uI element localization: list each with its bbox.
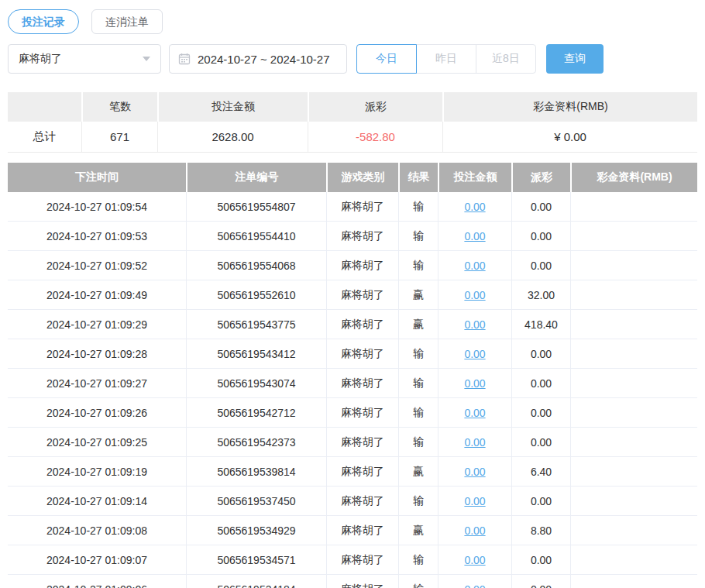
cell-bonus — [571, 251, 697, 280]
quick-range-group: 今日 昨日 近8日 — [356, 44, 536, 74]
cell-payout: 32.00 — [512, 280, 571, 309]
cell-bet-amount: 0.00 — [438, 310, 512, 339]
chevron-down-icon — [143, 57, 150, 61]
bet-amount-link[interactable]: 0.00 — [464, 407, 485, 419]
table-row: 2024-10-27 01:09:49 5065619552610 麻将胡了 赢… — [8, 280, 697, 310]
bet-amount-link[interactable]: 0.00 — [464, 201, 485, 213]
summary-header-bet-amount: 投注金额 — [159, 92, 308, 122]
cell-result: 赢 — [399, 310, 438, 339]
cell-bet-time: 2024-10-27 01:09:27 — [8, 369, 187, 397]
cell-result: 输 — [399, 487, 438, 515]
cell-game-type: 麻将胡了 — [327, 369, 399, 397]
cell-bet-id: 5065619543412 — [187, 339, 327, 368]
table-row: 2024-10-27 01:09:07 5065619534571 麻将胡了 输… — [8, 545, 697, 575]
bet-amount-link[interactable]: 0.00 — [464, 466, 485, 478]
cell-bet-time: 2024-10-27 01:09:29 — [8, 310, 187, 339]
cell-payout: 0.00 — [512, 575, 571, 588]
cell-bonus — [571, 310, 697, 339]
header-result: 结果 — [400, 163, 438, 192]
cell-game-type: 麻将胡了 — [327, 398, 399, 427]
cell-bonus — [571, 428, 697, 456]
cell-bet-id: 5065619542712 — [187, 398, 327, 427]
cell-payout: 8.80 — [512, 516, 571, 545]
table-row: 2024-10-27 01:09:54 5065619554807 麻将胡了 输… — [8, 192, 697, 222]
cell-bonus — [571, 545, 697, 574]
table-row: 2024-10-27 01:09:08 5065619534929 麻将胡了 赢… — [8, 516, 697, 545]
cell-bet-time: 2024-10-27 01:09:28 — [8, 339, 187, 368]
cell-bet-amount: 0.00 — [438, 192, 512, 221]
cell-payout: 0.00 — [512, 428, 571, 456]
cell-bet-amount: 0.00 — [438, 575, 512, 588]
tab-cancelled-bets[interactable]: 连消注单 — [91, 9, 163, 34]
bet-amount-link[interactable]: 0.00 — [464, 436, 485, 449]
bet-amount-link[interactable]: 0.00 — [464, 318, 485, 331]
header-bet-id: 注单编号 — [187, 163, 326, 192]
cell-bet-amount: 0.00 — [438, 428, 512, 456]
cell-bet-id: 5065619554068 — [187, 251, 327, 280]
header-bet-time: 下注时间 — [8, 163, 186, 192]
date-range-value: 2024-10-27 ~ 2024-10-27 — [198, 53, 330, 66]
bet-amount-link[interactable]: 0.00 — [464, 260, 485, 272]
betting-records-page: 投注记录 连消注单 麻将胡了 2024- — [0, 0, 705, 588]
tab-betting-records[interactable]: 投注记录 — [8, 9, 79, 34]
summary-header-count: 笔数 — [83, 92, 157, 122]
records-table-body: 2024-10-27 01:09:54 5065619554807 麻将胡了 输… — [8, 192, 697, 588]
cell-payout: 6.40 — [512, 457, 571, 486]
bet-amount-link[interactable]: 0.00 — [464, 583, 485, 588]
cell-result: 输 — [399, 222, 438, 250]
bet-amount-link[interactable]: 0.00 — [464, 230, 485, 242]
game-select[interactable]: 麻将胡了 — [8, 44, 161, 74]
cell-game-type: 麻将胡了 — [327, 251, 399, 280]
cell-bonus — [571, 575, 697, 588]
table-row: 2024-10-27 01:09:52 5065619554068 麻将胡了 输… — [8, 251, 697, 280]
cell-result: 输 — [399, 369, 438, 397]
table-row: 2024-10-27 01:09:14 5065619537450 麻将胡了 输… — [8, 487, 697, 516]
cell-bet-id: 5065619537450 — [187, 487, 327, 515]
cell-game-type: 麻将胡了 — [327, 310, 399, 339]
bet-amount-link[interactable]: 0.00 — [464, 554, 485, 566]
cell-payout: 0.00 — [512, 251, 571, 280]
date-range-input[interactable]: 2024-10-27 ~ 2024-10-27 — [169, 44, 347, 74]
cell-game-type: 麻将胡了 — [327, 222, 399, 250]
cell-result: 赢 — [399, 457, 438, 486]
summary-header-payout: 派彩 — [309, 92, 442, 122]
query-button[interactable]: 查询 — [546, 44, 604, 74]
header-payout: 派彩 — [513, 163, 570, 192]
cell-game-type: 麻将胡了 — [327, 280, 399, 309]
cell-bet-time: 2024-10-27 01:09:25 — [8, 428, 187, 456]
bet-amount-link[interactable]: 0.00 — [464, 495, 485, 507]
cell-game-type: 麻将胡了 — [327, 339, 399, 368]
game-select-value: 麻将胡了 — [19, 52, 62, 66]
cell-game-type: 麻将胡了 — [327, 575, 399, 588]
cell-bonus — [571, 280, 697, 309]
bet-amount-link[interactable]: 0.00 — [464, 524, 485, 537]
summary-total-payout: -582.80 — [308, 122, 443, 152]
cell-bet-id: 5065619554807 — [187, 192, 327, 221]
range-yesterday-button[interactable]: 昨日 — [416, 44, 476, 74]
cell-bet-amount: 0.00 — [438, 545, 512, 574]
cell-bet-id: 5065619534184 — [187, 575, 327, 588]
cell-bet-amount: 0.00 — [438, 369, 512, 397]
cell-bet-id: 5065619543074 — [187, 369, 327, 397]
range-today-button[interactable]: 今日 — [356, 44, 417, 74]
header-bet-amount: 投注金额 — [439, 163, 511, 192]
table-row: 2024-10-27 01:09:19 5065619539814 麻将胡了 赢… — [8, 457, 697, 487]
cell-bonus — [571, 369, 697, 397]
table-row: 2024-10-27 01:09:28 5065619543412 麻将胡了 输… — [8, 339, 697, 369]
cell-payout: 0.00 — [512, 192, 571, 221]
calendar-icon — [178, 53, 191, 65]
range-last8days-button[interactable]: 近8日 — [476, 44, 536, 74]
cell-payout: 0.00 — [512, 339, 571, 368]
cell-bonus — [571, 222, 697, 250]
filter-toolbar: 麻将胡了 2024-10-27 ~ 2024-10-27 — [8, 44, 697, 74]
bet-amount-link[interactable]: 0.00 — [464, 289, 485, 301]
bet-amount-link[interactable]: 0.00 — [464, 377, 485, 390]
cell-bonus — [571, 192, 697, 221]
cell-payout: 0.00 — [512, 222, 571, 250]
table-row: 2024-10-27 01:09:06 5065619534184 麻将胡了 输… — [8, 575, 697, 588]
cell-game-type: 麻将胡了 — [327, 192, 399, 221]
summary-header-row: 笔数 投注金额 派彩 彩金资料(RMB) — [8, 92, 697, 122]
cell-bet-id: 5065619539814 — [187, 457, 327, 486]
summary-total-label: 总计 — [8, 122, 82, 152]
bet-amount-link[interactable]: 0.00 — [464, 348, 485, 360]
